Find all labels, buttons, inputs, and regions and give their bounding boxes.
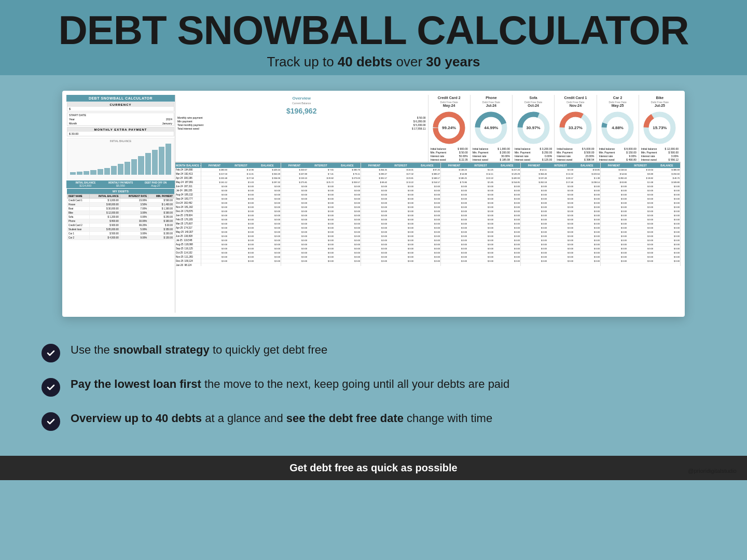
list-item: $ 0.00 $ 0.00 $ 0.00: [441, 222, 520, 226]
list-item: $ 0.00 $ 0.00 $ 0.00: [361, 255, 440, 259]
list-item: $ 0.00 $ 0.00 $ 0.00: [441, 185, 520, 189]
chart-title: INITIAL BALANCE: [67, 138, 174, 144]
list-item: Jun-25 130,828: [175, 234, 201, 239]
list-item: $ 0.00 $ 0.00 $ 0.00: [201, 201, 281, 205]
list-item: $ 0.00 $ 0.00 $ 0.00: [441, 201, 520, 205]
list-item: $ 0.00 $ 0.00 $ 0.00: [281, 193, 361, 197]
list-item: $ 0.00 $ 0.00 $ 0.00: [281, 259, 361, 263]
list-item: Dec-25 109,124: [175, 259, 201, 263]
list-item: $ 63.80 $ 1.68 $ 189.80: [601, 180, 680, 185]
list-item: $ 0.00 $ 0.00 $ 0.00: [521, 255, 600, 259]
list-item: $ 197.49 $ 26.57 $ 1.38: [521, 176, 600, 180]
footer-text: Get debt free as quick as possible: [289, 462, 457, 473]
card-title: Credit Card 2: [428, 95, 470, 101]
list-item: $ 0.00 $ 0.00 $ 0.00: [361, 209, 440, 214]
overview-balance: $196,962: [175, 105, 428, 116]
list-item: $ 0.00 $ 0.00 $ 0.00: [281, 226, 361, 230]
list-item: $ 259.67 $ 7.65 $ 390.70: [281, 168, 361, 172]
list-item: $ 0.00 $ 0.00 $ 0.00: [281, 214, 361, 218]
list-item: $ 0.00 $ 0.00 $ 0.00: [361, 193, 440, 197]
list-item: $ 0.00 $ 0.00 $ 0.00: [521, 234, 600, 239]
list-item: $ 0.00 $ 0.00 $ 0.00: [521, 251, 600, 255]
table-row: Boat$ 30,000.007.00%$ 1,300.00: [67, 206, 174, 211]
list-item: $ 0.00 $ 0.00 $ 0.00: [441, 255, 520, 259]
list-item: Aug-24 185,132: [175, 193, 201, 197]
card-title: Car 2: [597, 95, 639, 101]
feature-3: Overview up to 40 debts at a glance and …: [42, 411, 706, 431]
list-item: $ 0.00 $ 0.00 $ 0.00: [601, 255, 680, 259]
features-section: Use the snowball strategy to quickly get…: [0, 327, 747, 456]
donut-chart: 4.88%: [601, 111, 634, 145]
list-item: $ 0.00 $ 0.00 $ 0.00: [201, 209, 281, 214]
payment-header: PAYMENT INTEREST BALANCE: [361, 163, 440, 168]
table-row: Student loan$ 95,000.005.00%$ 350.00: [67, 227, 174, 231]
list-item: $ 0.00 $ 0.00 $ 0.00: [441, 259, 520, 263]
list-item: $ 0.00 $ 0.00 $ 0.00: [361, 263, 440, 264]
donut-chart: 44.99%: [474, 111, 508, 145]
list-item: $ 0.00 $ 0.00 $ 0.00: [361, 189, 440, 193]
overview-title: Overview: [175, 95, 428, 102]
feature-1: Use the snowball strategy to quickly get…: [42, 343, 706, 362]
list-item: $ 0.00 $ 0.00 $ 0.00: [361, 259, 440, 263]
list-item: $ 0.00 $ 0.00 $ 0.00: [361, 251, 440, 255]
list-item: $ 161.12 $ 5.03 $ 297.32: [201, 180, 281, 185]
list-item: $ 0.00 $ 0.00 $ 0.00: [281, 218, 361, 222]
list-item: $ 0.00 $ 0.00 $ 0.00: [601, 214, 680, 218]
list-item: $ 0.00 $ 0.00 $ 0.00: [361, 185, 440, 189]
list-item: $ 0.00 $ 0.00 $ 0.00: [601, 234, 680, 239]
summary-payments-value: $5,550: [103, 184, 139, 187]
donut-container: 30.97%: [513, 108, 554, 147]
list-item: $ 0.00 $ 0.00 $ 0.00: [521, 226, 600, 230]
list-item: $ 0.00 $ 0.00 $ 0.00: [521, 239, 600, 243]
month-column: MONTH BALANCE +/- Feb-24 194,680 Mar-24 …: [175, 163, 201, 266]
list-item: $ 0.00 $ 0.00 $ 0.00: [601, 226, 680, 230]
list-item: $ 0.00 $ 0.00 $ 0.00: [281, 222, 361, 226]
list-item: $ 0.00 $ 0.00 $ 0.00: [361, 205, 440, 209]
list-item: $ 0.00 $ 0.00 $ 0.00: [521, 259, 600, 263]
list-item: $ 0.00 $ 0.00 $ 0.00: [201, 193, 281, 197]
list-item: Aug-25 118,068: [175, 243, 201, 247]
list-item: $ 0.00 $ 0.00 $ 0.00: [201, 230, 281, 234]
list-item: $ 227.89 $ 7.41 $ 76.11: [281, 172, 361, 176]
list-item: $ 0.00 $ 0.00 $ 0.00: [201, 263, 281, 264]
list-item: $ 0.00 $ 0.00 $ 0.00: [201, 226, 281, 230]
spreadsheet-container: DEBT SNOWBALL CALCULATOR CURRENCY $ STAR…: [62, 91, 685, 317]
feature-1-text: Use the snowball strategy to quickly get…: [71, 343, 327, 358]
list-item: $ 0.00 $ 0.00 $ 0.00: [361, 243, 440, 247]
col-name: DEBT NAME: [67, 194, 90, 198]
list-item: Sep-25 116,125: [175, 247, 201, 251]
list-item: $ 0.00 $ 0.00 $ 0.00: [601, 205, 680, 209]
payment-header: PAYMENT INTEREST BALANCE: [441, 163, 520, 168]
donut-container: 99.24%: [428, 108, 470, 147]
donut-container: 44.99%: [471, 108, 512, 147]
list-item: Oct-25 114,102: [175, 251, 201, 255]
list-item: $ 0.00 $ 0.00 $ 0.00: [361, 214, 440, 218]
list-item: $ 0.00 $ 0.00 $ 0.00: [281, 234, 361, 239]
list-item: $ 0.00 $ 0.00 $ 0.00: [281, 230, 361, 234]
list-item: Nov-24 181,162: [175, 205, 201, 209]
payment-data: $ 259.67 $ 7.65 $ 390.70 $ 227.89 $ 7.41…: [281, 168, 361, 264]
list-item: $ 0.00 $ 0.00 $ 0.00: [601, 230, 680, 234]
list-item: May-24 187,991: [175, 180, 201, 185]
card-car-2: Car 2 Debt Free Date May-25 4.88% Initia…: [597, 95, 639, 162]
feature-2-text: Pay the lowest loan first the move to th…: [71, 377, 509, 392]
list-item: $ 0.00 $ 0.00 $ 0.00: [361, 234, 440, 239]
card-stats: Initial balance$ 1,900.00Min. Payment$ 2…: [471, 147, 512, 162]
ss-right-panel: Overview Current Balance $196,962 Monthl…: [175, 95, 681, 313]
list-item: $ 0.00 $ 0.00 $ 0.00: [521, 201, 600, 205]
list-item: $ 0.00 $ 0.00 $ 0.00: [601, 193, 680, 197]
donut-label: 33.27%: [569, 125, 583, 130]
list-item: $ 0.00 $ 0.00 $ 0.00: [521, 193, 600, 197]
list-item: $ 0.00 $ 0.00 $ 0.00: [441, 214, 520, 218]
list-item: $ 0.00 $ 0.00 $ 0.00: [281, 205, 361, 209]
debts-title: MY DEBTS: [67, 189, 174, 194]
list-item: $ 0.00 $ 0.00 $ 0.00: [441, 197, 520, 201]
list-item: $ 0.00 $ 0.00 $ 0.00: [201, 205, 281, 209]
extra-payment-value: $ 30.00: [69, 132, 78, 135]
list-item: May-25 140,307: [175, 230, 201, 234]
list-item: $ 0.00 $ 0.00 $ 0.00: [281, 263, 361, 264]
list-item: $ 159.10 $ 20.82 $ 273.03: [281, 176, 361, 180]
list-item: $ 0.00 $ 0.00 $ 0.00: [361, 247, 440, 251]
list-item: $ 0.00 $ 0.00 $ 0.00: [521, 218, 600, 222]
list-item: $ 54.84 $ 8.89 $ 256.60: [601, 172, 680, 176]
